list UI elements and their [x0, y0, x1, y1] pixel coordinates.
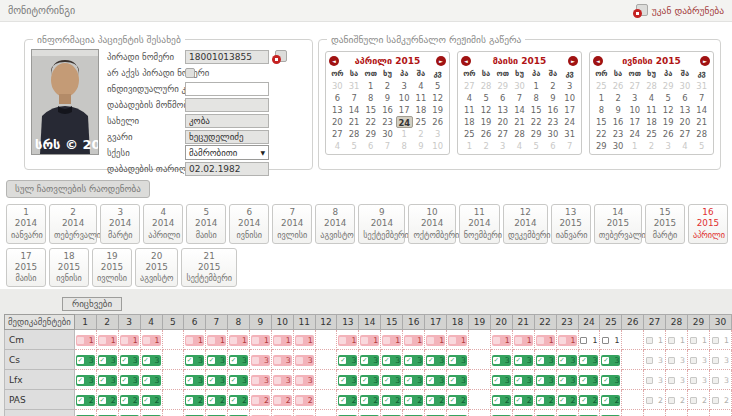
calendar-day[interactable]: 2 [379, 80, 396, 92]
dose-cell[interactable]: ✓3 [227, 370, 249, 390]
dose-cell[interactable]: ✓3 [74, 350, 96, 370]
clear-personal-number-icon[interactable] [272, 50, 287, 64]
total-count-button[interactable]: სულ ჩათვლების რაოდენობა [6, 180, 150, 198]
dose-cell[interactable]: ✓3 [512, 370, 534, 390]
dose-cell[interactable]: ✓3 [184, 350, 206, 370]
calendar-day[interactable]: 8 [362, 92, 379, 104]
dose-cell[interactable]: 1 [206, 330, 228, 350]
dose-cell[interactable]: 1 [227, 330, 249, 350]
calendar-day[interactable]: 19 [429, 104, 446, 116]
dose-cell[interactable]: 1 [709, 330, 731, 350]
calendar-day[interactable]: 4 [643, 92, 660, 104]
calendar-day[interactable]: 12 [429, 92, 446, 104]
calendar-day[interactable]: 30 [545, 128, 562, 140]
calendar-day[interactable]: 21 [511, 116, 528, 128]
calendar-day[interactable]: 29 [593, 140, 610, 152]
dose-cell[interactable]: 3 [293, 370, 315, 390]
dose-cell[interactable]: 3 [666, 350, 688, 370]
dose-cell[interactable]: ✓3 [381, 370, 403, 390]
dose-cell[interactable]: ✓3 [512, 410, 534, 416]
dose-cell[interactable]: 3 [709, 350, 731, 370]
dose-cell[interactable]: ✓3 [403, 410, 425, 416]
dose-cell[interactable]: 1 [578, 330, 600, 350]
month-button[interactable]: 112014ნოემბერი [459, 204, 500, 244]
calendar-day[interactable]: 28 [346, 128, 363, 140]
dose-cell[interactable]: ✓3 [556, 350, 578, 370]
calendar-day[interactable]: 7 [693, 92, 710, 104]
dose-cell[interactable]: 1 [490, 330, 512, 350]
calendar-day[interactable]: 10 [561, 92, 578, 104]
calendar-day[interactable]: 18 [413, 104, 430, 116]
dose-cell[interactable]: 3 [687, 370, 709, 390]
calendar-day[interactable]: 15 [528, 104, 545, 116]
calendar-day[interactable]: 27 [677, 128, 694, 140]
calendar-day[interactable]: 18 [643, 116, 660, 128]
dose-cell[interactable]: 2 [249, 390, 271, 410]
calendar-day[interactable]: 26 [660, 128, 677, 140]
dose-cell[interactable]: 1 [293, 330, 315, 350]
month-button[interactable]: 192015ივლისი [92, 248, 132, 288]
calendar-day[interactable]: 16 [545, 104, 562, 116]
days-button[interactable]: რიცხვები [62, 297, 122, 311]
calendar-day[interactable]: 16 [610, 116, 627, 128]
dose-cell[interactable]: 3 [666, 370, 688, 390]
month-button[interactable]: 42014აპრილი [143, 204, 183, 244]
dose-cell[interactable]: 3 [293, 410, 315, 416]
dose-cell[interactable]: 3 [271, 350, 293, 370]
dose-cell[interactable]: ✓3 [359, 410, 381, 416]
calendar-day[interactable]: 15 [362, 104, 379, 116]
calendar-day[interactable]: 25 [461, 128, 478, 140]
dose-cell[interactable]: 1 [359, 330, 381, 350]
calendar-day[interactable]: 14 [693, 104, 710, 116]
month-button[interactable]: 52014მაისი [186, 204, 226, 244]
dose-cell[interactable]: ✓3 [74, 410, 96, 416]
month-button[interactable]: 82014აგვისტო [315, 204, 355, 244]
dose-cell[interactable]: ✓3 [337, 350, 359, 370]
dose-cell[interactable]: 2 [666, 390, 688, 410]
calendar-day[interactable]: 11 [643, 104, 660, 116]
dose-cell[interactable]: 2 [271, 390, 293, 410]
month-button[interactable]: 162015აპრილი [688, 204, 728, 244]
calendar-day[interactable]: 24 [396, 116, 413, 128]
dose-cell[interactable]: ✓3 [184, 410, 206, 416]
calendar-prev-icon[interactable]: ◄ [461, 56, 471, 66]
dose-cell[interactable]: ✓3 [118, 350, 140, 370]
calendar-day[interactable]: 24 [626, 128, 643, 140]
dose-cell[interactable]: ✓3 [140, 410, 162, 416]
calendar-day[interactable]: 11 [413, 92, 430, 104]
month-button[interactable]: 102014ოქტომბერი [408, 204, 455, 244]
calendar-day[interactable]: 17 [396, 104, 413, 116]
calendar-day[interactable]: 22 [593, 128, 610, 140]
calendar-day[interactable]: 24 [561, 116, 578, 128]
month-button[interactable]: 32014მარტი [100, 204, 140, 244]
last-name-input[interactable] [185, 130, 269, 144]
dose-cell[interactable]: ✓3 [425, 350, 447, 370]
dose-cell[interactable]: 3 [666, 410, 688, 416]
dose-cell[interactable]: ✓3 [359, 370, 381, 390]
calendar-day[interactable]: 6 [677, 92, 694, 104]
calendar-day[interactable]: 11 [461, 104, 478, 116]
dose-cell[interactable]: 1 [381, 330, 403, 350]
sex-select[interactable]: მამრობითი ▼ [185, 145, 269, 160]
dose-cell[interactable]: ✓2 [600, 390, 622, 410]
dose-cell[interactable]: ✓3 [578, 350, 600, 370]
birth-certificate-input[interactable] [185, 98, 269, 112]
calendar-day[interactable]: 28 [693, 128, 710, 140]
dose-cell[interactable]: ✓2 [403, 390, 425, 410]
dose-cell[interactable]: ✓3 [118, 370, 140, 390]
personal-number-input[interactable] [185, 50, 269, 64]
calendar-day[interactable]: 25 [643, 128, 660, 140]
calendar-day[interactable]: 2 [545, 80, 562, 92]
dose-cell[interactable]: 3 [709, 370, 731, 390]
month-button[interactable]: 212015სექტემბერი [181, 248, 237, 288]
calendar-day[interactable]: 5 [429, 80, 446, 92]
month-button[interactable]: 22014თებერვალი [49, 204, 97, 244]
dose-cell[interactable]: ✓3 [96, 410, 118, 416]
dose-cell[interactable]: ✓2 [381, 390, 403, 410]
calendar-day[interactable]: 10 [396, 92, 413, 104]
calendar-prev-icon[interactable]: ◄ [329, 56, 339, 66]
dose-cell[interactable]: ✓2 [359, 390, 381, 410]
dose-cell[interactable]: ✓2 [490, 390, 512, 410]
dose-cell[interactable]: ✓2 [534, 390, 556, 410]
back-button[interactable]: უკან დაბრუნება [633, 4, 724, 18]
